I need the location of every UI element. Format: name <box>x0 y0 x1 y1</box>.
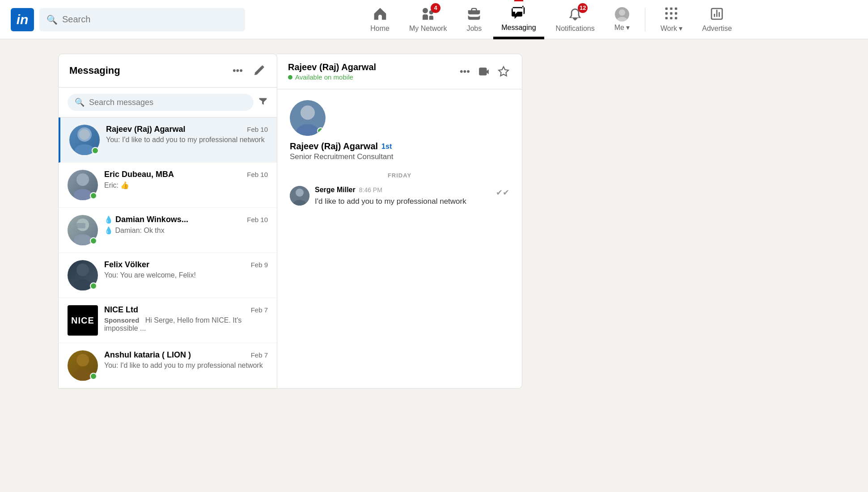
conversation-item-damian[interactable]: 💧 Damian Winkows... Feb 10 💧 Damian: Ok … <box>59 208 277 253</box>
svg-rect-5 <box>675 8 677 10</box>
anshul-online-dot <box>90 373 97 380</box>
search-messages-input[interactable] <box>89 98 246 107</box>
svg-point-17 <box>74 189 92 200</box>
felix-preview: You: You are welcome, Felix! <box>104 271 268 279</box>
damian-name: 💧 Damian Winkows... <box>104 215 188 224</box>
conversation-item-eric[interactable]: Eric Dubeau, MBA Feb 10 Eric: 👍 <box>59 163 277 208</box>
svg-rect-4 <box>670 8 673 10</box>
nav-item-work[interactable]: Work ▾ <box>652 0 690 39</box>
nav-divider <box>645 8 645 31</box>
home-icon <box>373 7 387 21</box>
star-button[interactable] <box>496 64 511 79</box>
conversation-panel: Rajeev (Raj) Agarwal Available on mobile… <box>277 54 522 389</box>
status-text: Available on mobile <box>295 73 353 81</box>
message-sender-name: Serge Miller <box>315 186 356 194</box>
damian-avatar-wrap <box>68 215 98 245</box>
rajeev-name: Rajeev (Raj) Agarwal <box>106 125 185 134</box>
search-messages-icon: 🔍 <box>75 97 85 107</box>
chevron-down-icon: ▾ <box>626 23 630 32</box>
home-label: Home <box>370 25 390 33</box>
conv-contact-avatar-wrap <box>290 100 326 136</box>
conversation-item-anshul[interactable]: Anshul kataria ( LION ) Feb 7 You: I'd l… <box>59 343 277 388</box>
svg-point-1 <box>619 9 625 16</box>
jobs-label: Jobs <box>466 25 482 33</box>
messaging-icon-wrap <box>512 6 526 22</box>
nice-avatar-wrap: NICE <box>68 305 98 336</box>
ellipsis-icon: ••• <box>233 65 243 76</box>
eric-online-dot <box>90 192 97 199</box>
svg-rect-20 <box>76 223 85 228</box>
sidebar-header-actions: ••• <box>231 63 266 78</box>
svg-point-21 <box>76 264 89 276</box>
navbar: in 🔍 Home 4 My Network <box>0 0 868 39</box>
conv-contact-name-row: Rajeev (Raj) Agarwal 1st <box>290 141 392 151</box>
linkedin-logo[interactable]: in <box>11 8 34 31</box>
filter-button[interactable] <box>258 96 268 109</box>
damian-header-row: 💧 Damian Winkows... Feb 10 <box>104 215 268 224</box>
message-content: Serge Miller 8:46 PM I'd like to add you… <box>315 186 491 207</box>
svg-rect-10 <box>670 17 673 19</box>
svg-point-23 <box>76 354 89 366</box>
my-network-label: My Network <box>409 25 447 33</box>
rajeev-header-row: Rajeev (Raj) Agarwal Feb 10 <box>106 125 268 134</box>
search-bar[interactable]: 🔍 <box>39 8 245 31</box>
video-call-button[interactable] <box>476 64 491 79</box>
message-text: I'd like to add you to my professional n… <box>315 196 491 207</box>
anshul-preview: You: I'd like to add you to my professio… <box>104 362 268 370</box>
svg-rect-7 <box>670 12 673 14</box>
navbar-left: in 🔍 <box>11 8 245 31</box>
eric-date: Feb 10 <box>247 171 268 178</box>
message-time: 8:46 PM <box>359 186 382 193</box>
conversation-item-rajeev[interactable]: Rajeev (Raj) Agarwal Feb 10 You: I'd lik… <box>59 118 277 163</box>
compose-button[interactable] <box>252 63 266 78</box>
search-icon: 🔍 <box>47 14 58 25</box>
rajeev-avatar-wrap <box>69 125 100 155</box>
conv-panel-status: Available on mobile <box>288 73 376 81</box>
felix-name: Felix Völker <box>104 260 149 269</box>
nice-name: NICE Ltd <box>104 305 138 315</box>
nav-item-home[interactable]: Home <box>362 0 398 39</box>
anshul-avatar-wrap <box>68 350 98 381</box>
search-input[interactable] <box>62 14 238 25</box>
work-label: Work ▾ <box>661 24 682 33</box>
nav-item-notifications[interactable]: 12 Notifications <box>548 0 603 39</box>
damian-online-dot <box>90 237 97 244</box>
conv-panel-name: Rajeev (Raj) Agarwal <box>288 62 376 72</box>
nav-item-messaging[interactable]: Messaging <box>493 0 544 39</box>
felix-conv-body: Felix Völker Feb 9 You: You are welcome,… <box>104 260 268 279</box>
svg-point-30 <box>296 189 304 197</box>
more-options-conv-button[interactable]: ••• <box>458 64 472 79</box>
svg-point-19 <box>74 234 92 245</box>
nav-item-jobs[interactable]: Jobs <box>458 0 490 39</box>
advertise-label: Advertise <box>702 25 732 33</box>
svg-marker-25 <box>499 67 508 76</box>
nav-item-mynetwork[interactable]: 4 My Network <box>401 0 455 39</box>
svg-point-15 <box>79 129 90 140</box>
conversation-item-felix[interactable]: Felix Völker Feb 9 You: You are welcome,… <box>59 253 277 298</box>
conversation-item-nice[interactable]: NICE NICE Ltd Feb 7 Sponsored Hi Serge, … <box>59 298 277 343</box>
serge-message-avatar <box>290 186 309 206</box>
nice-preview: Sponsored Hi Serge, Hello from NICE. It'… <box>104 316 268 332</box>
svg-rect-11 <box>675 17 677 19</box>
work-chevron-icon: ▾ <box>679 24 682 33</box>
serge-avatar-img <box>290 186 309 206</box>
eric-name: Eric Dubeau, MBA <box>104 170 174 179</box>
felix-avatar-wrap <box>68 260 98 290</box>
nav-item-advertise[interactable]: Advertise <box>694 0 740 39</box>
more-options-button[interactable]: ••• <box>231 63 245 78</box>
conv-contact-header: Rajeev (Raj) Agarwal 1st Senior Recruitm… <box>290 100 509 161</box>
svg-point-24 <box>74 370 92 381</box>
nav-item-me[interactable]: Me ▾ <box>606 0 638 39</box>
main-content: Messaging ••• 🔍 <box>0 39 868 389</box>
rajeev-online-dot <box>92 147 99 154</box>
home-icon-wrap <box>373 7 387 23</box>
advertise-icon <box>710 7 724 21</box>
conv-contact-title: Senior Recruitment Consultant <box>290 152 394 161</box>
eric-preview: Eric: 👍 <box>104 181 268 189</box>
anshul-header-row: Anshul kataria ( LION ) Feb 7 <box>104 350 268 360</box>
notifications-icon-wrap: 12 <box>568 7 582 23</box>
jobs-icon-wrap <box>467 7 481 23</box>
search-messages-input-wrap[interactable]: 🔍 <box>68 94 254 111</box>
status-dot <box>288 75 292 80</box>
svg-point-22 <box>74 279 92 290</box>
